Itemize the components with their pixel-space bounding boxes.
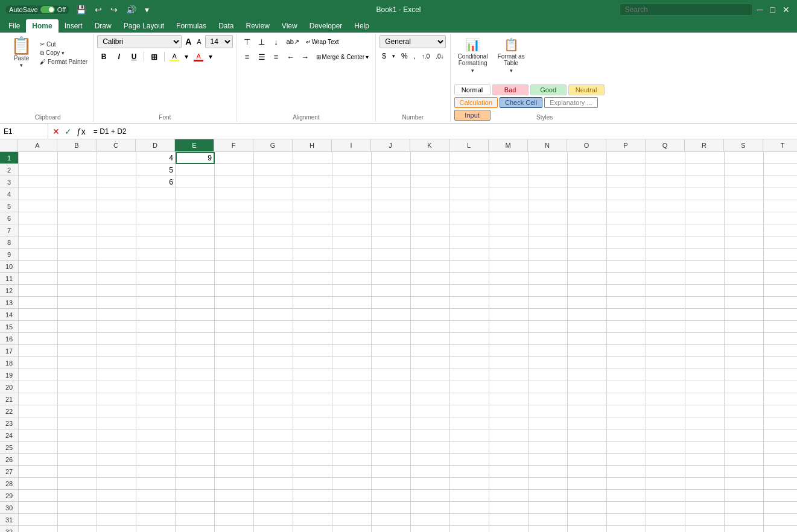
cell-J28[interactable]	[372, 478, 411, 490]
cell-E7[interactable]	[176, 224, 215, 236]
font-color-dropdown-button[interactable]: ▾	[207, 52, 214, 62]
cell-J6[interactable]	[372, 212, 411, 224]
cell-S11[interactable]	[725, 273, 764, 285]
cell-D3[interactable]: 6	[136, 176, 176, 188]
col-header-D[interactable]: D	[136, 139, 175, 151]
cell-N16[interactable]	[529, 333, 568, 345]
cell-H18[interactable]	[293, 357, 332, 369]
cell-E25[interactable]	[176, 442, 215, 454]
cell-R3[interactable]	[685, 176, 725, 188]
cell-E19[interactable]	[176, 369, 215, 381]
cell-C11[interactable]	[97, 273, 136, 285]
row-header-4[interactable]: 4	[0, 188, 18, 200]
cell-C26[interactable]	[97, 454, 136, 466]
cell-M4[interactable]	[489, 188, 529, 200]
cell-Q2[interactable]	[646, 164, 685, 176]
cell-A15[interactable]	[19, 321, 58, 333]
cell-T6[interactable]	[764, 212, 797, 224]
row-header-1[interactable]: 1	[0, 152, 18, 164]
cell-H27[interactable]	[293, 466, 332, 478]
cell-E2[interactable]	[176, 164, 215, 176]
cell-T32[interactable]	[764, 526, 797, 532]
cell-Q29[interactable]	[646, 490, 685, 502]
cell-E28[interactable]	[176, 478, 215, 490]
cell-G19[interactable]	[254, 369, 293, 381]
cell-I16[interactable]	[332, 333, 372, 345]
cell-R7[interactable]	[685, 224, 725, 236]
cell-A10[interactable]	[19, 261, 58, 273]
cell-E16[interactable]	[176, 333, 215, 345]
cell-F31[interactable]	[215, 514, 254, 526]
cell-I28[interactable]	[332, 478, 372, 490]
cell-Q14[interactable]	[646, 309, 685, 321]
cell-N15[interactable]	[529, 321, 568, 333]
cell-M12[interactable]	[489, 285, 529, 297]
cell-H6[interactable]	[293, 212, 332, 224]
cell-G28[interactable]	[254, 478, 293, 490]
cell-A13[interactable]	[19, 297, 58, 309]
cell-B7[interactable]	[58, 224, 97, 236]
row-header-23[interactable]: 23	[0, 417, 18, 429]
cell-C28[interactable]	[97, 478, 136, 490]
row-header-20[interactable]: 20	[0, 381, 18, 393]
cell-J16[interactable]	[372, 333, 411, 345]
cell-N20[interactable]	[529, 381, 568, 393]
cell-M9[interactable]	[489, 249, 529, 261]
cell-L6[interactable]	[450, 212, 489, 224]
cell-T17[interactable]	[764, 345, 797, 357]
cell-D7[interactable]	[136, 224, 176, 236]
cell-O7[interactable]	[568, 224, 607, 236]
cell-P27[interactable]	[607, 466, 646, 478]
cell-M23[interactable]	[489, 417, 529, 429]
cell-E27[interactable]	[176, 466, 215, 478]
cell-I9[interactable]	[332, 249, 372, 261]
col-header-S[interactable]: S	[724, 139, 763, 151]
cell-J21[interactable]	[372, 393, 411, 405]
cell-J26[interactable]	[372, 454, 411, 466]
italic-button[interactable]: I	[112, 50, 125, 63]
cell-H2[interactable]	[293, 164, 332, 176]
cell-D31[interactable]	[136, 514, 176, 526]
cell-B26[interactable]	[58, 454, 97, 466]
cell-R16[interactable]	[685, 333, 725, 345]
cell-G3[interactable]	[254, 176, 293, 188]
cell-A27[interactable]	[19, 466, 58, 478]
cell-S15[interactable]	[725, 321, 764, 333]
cell-M6[interactable]	[489, 212, 529, 224]
row-header-28[interactable]: 28	[0, 478, 18, 490]
font-size-select[interactable]: 14	[205, 35, 233, 48]
cell-H14[interactable]	[293, 309, 332, 321]
cell-G6[interactable]	[254, 212, 293, 224]
cell-I30[interactable]	[332, 502, 372, 514]
cell-O27[interactable]	[568, 466, 607, 478]
cell-G8[interactable]	[254, 236, 293, 249]
cell-L9[interactable]	[450, 249, 489, 261]
cell-H15[interactable]	[293, 321, 332, 333]
cell-J10[interactable]	[372, 261, 411, 273]
cell-S28[interactable]	[725, 478, 764, 490]
cell-J22[interactable]	[372, 405, 411, 417]
cell-N3[interactable]	[529, 176, 568, 188]
cell-K10[interactable]	[411, 261, 450, 273]
cell-S2[interactable]	[725, 164, 764, 176]
cell-O2[interactable]	[568, 164, 607, 176]
cell-G10[interactable]	[254, 261, 293, 273]
cell-K23[interactable]	[411, 417, 450, 429]
cell-F15[interactable]	[215, 321, 254, 333]
cell-D22[interactable]	[136, 405, 176, 417]
cell-D6[interactable]	[136, 212, 176, 224]
cell-S27[interactable]	[725, 466, 764, 478]
cell-K24[interactable]	[411, 429, 450, 442]
row-header-24[interactable]: 24	[0, 429, 18, 442]
style-neutral[interactable]: Neutral	[568, 84, 605, 95]
cell-F23[interactable]	[215, 417, 254, 429]
row-header-29[interactable]: 29	[0, 490, 18, 502]
row-header-2[interactable]: 2	[0, 164, 18, 176]
cell-B15[interactable]	[58, 321, 97, 333]
cell-F14[interactable]	[215, 309, 254, 321]
cell-P3[interactable]	[607, 176, 646, 188]
cell-C14[interactable]	[97, 309, 136, 321]
cell-H12[interactable]	[293, 285, 332, 297]
cell-D24[interactable]	[136, 429, 176, 442]
cell-E13[interactable]	[176, 297, 215, 309]
